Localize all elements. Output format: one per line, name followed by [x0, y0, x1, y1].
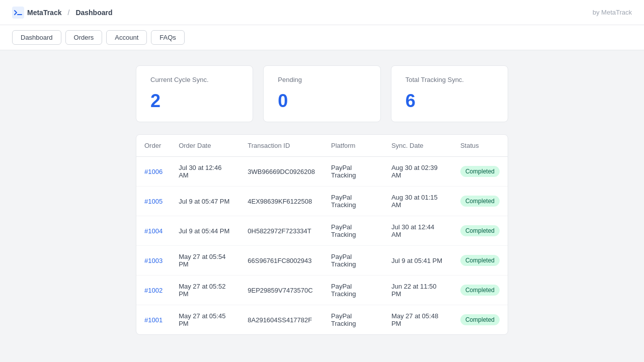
table-row: #1006 Jul 30 at 12:46 AM 3WB96669DC09262… — [136, 157, 508, 187]
cell-platform: PayPal Tracking — [323, 187, 383, 216]
cell-sync-date: May 27 at 05:48 PM — [383, 305, 452, 335]
nav-orders[interactable]: Orders — [65, 30, 103, 45]
table-row: #1003 May 27 at 05:54 PM 66S96761FC80029… — [136, 246, 508, 276]
nav-dashboard[interactable]: Dashboard — [12, 30, 61, 45]
stat-value-total-tracking: 6 — [406, 90, 494, 112]
order-link[interactable]: #1002 — [144, 287, 163, 294]
orders-table: Order Order Date Transaction ID Platform… — [136, 135, 508, 334]
logo-icon — [12, 7, 24, 19]
stat-value-current-cycle: 2 — [150, 90, 238, 112]
order-link[interactable]: #1004 — [144, 227, 163, 235]
col-transaction-id: Transaction ID — [239, 135, 323, 157]
cell-platform: PayPal Tracking — [323, 216, 383, 246]
status-badge: Completed — [460, 196, 500, 207]
cell-status: Completed — [452, 305, 508, 335]
table-row: #1004 Jul 9 at 05:44 PM 0H5822972F723334… — [136, 216, 508, 246]
navigation: Dashboard Orders Account FAQs — [0, 25, 644, 50]
cell-transaction-id: 3WB96669DC0926208 — [239, 157, 323, 187]
cell-transaction-id: 4EX98639KF6122508 — [239, 187, 323, 216]
cell-order-date: Jul 30 at 12:46 AM — [171, 157, 239, 187]
cell-order[interactable]: #1005 — [136, 187, 171, 216]
cell-order-date: May 27 at 05:54 PM — [171, 246, 239, 276]
stat-label-pending: Pending — [278, 76, 366, 83]
header-left: MetaTrack / Dashboard — [12, 7, 113, 19]
cell-order-date: May 27 at 05:52 PM — [171, 276, 239, 305]
stat-label-current-cycle: Current Cycle Sync. — [150, 76, 238, 83]
cell-platform: PayPal Tracking — [323, 305, 383, 335]
nav-faqs[interactable]: FAQs — [151, 30, 185, 45]
order-link[interactable]: #1003 — [144, 257, 163, 264]
cell-order[interactable]: #1002 — [136, 276, 171, 305]
main-content: Current Cycle Sync. 2 Pending 0 Total Tr… — [0, 50, 644, 350]
cell-sync-date: Aug 30 at 02:39 AM — [383, 157, 452, 187]
header-brand: MetaTrack — [27, 9, 61, 17]
col-sync-date: Sync. Date — [383, 135, 452, 157]
cell-order[interactable]: #1006 — [136, 157, 171, 187]
table-row: #1005 Jul 9 at 05:47 PM 4EX98639KF612250… — [136, 187, 508, 216]
nav-account[interactable]: Account — [106, 30, 147, 45]
cell-sync-date: Jun 22 at 11:50 PM — [383, 276, 452, 305]
cell-status: Completed — [452, 187, 508, 216]
logo: MetaTrack — [12, 7, 61, 19]
order-link[interactable]: #1005 — [144, 198, 163, 205]
cell-order-date: Jul 9 at 05:44 PM — [171, 216, 239, 246]
cell-order-date: Jul 9 at 05:47 PM — [171, 187, 239, 216]
status-badge: Completed — [460, 255, 500, 266]
table-body: #1006 Jul 30 at 12:46 AM 3WB96669DC09262… — [136, 157, 508, 335]
col-order: Order — [136, 135, 171, 157]
stat-card-total-tracking: Total Tracking Sync. 6 — [391, 65, 508, 122]
cell-transaction-id: 9EP29859V7473570C — [239, 276, 323, 305]
order-link[interactable]: #1006 — [144, 168, 163, 175]
table-row: #1001 May 27 at 05:45 PM 8A291604SS41778… — [136, 305, 508, 335]
cell-platform: PayPal Tracking — [323, 276, 383, 305]
cell-platform: PayPal Tracking — [323, 246, 383, 276]
cell-transaction-id: 66S96761FC8002943 — [239, 246, 323, 276]
cell-status: Completed — [452, 246, 508, 276]
cell-sync-date: Aug 30 at 01:15 AM — [383, 187, 452, 216]
status-badge: Completed — [460, 225, 500, 236]
cell-status: Completed — [452, 216, 508, 246]
col-status: Status — [452, 135, 508, 157]
cell-status: Completed — [452, 157, 508, 187]
stat-value-pending: 0 — [278, 90, 366, 112]
table-row: #1002 May 27 at 05:52 PM 9EP29859V747357… — [136, 276, 508, 305]
order-link[interactable]: #1001 — [144, 316, 163, 324]
table-head: Order Order Date Transaction ID Platform… — [136, 135, 508, 157]
table-header-row: Order Order Date Transaction ID Platform… — [136, 135, 508, 157]
cell-status: Completed — [452, 276, 508, 305]
col-platform: Platform — [323, 135, 383, 157]
svg-rect-0 — [12, 7, 24, 19]
stat-card-current-cycle: Current Cycle Sync. 2 — [136, 65, 253, 122]
cell-sync-date: Jul 9 at 05:41 PM — [383, 246, 452, 276]
header-by: by MetaTrack — [593, 9, 632, 16]
stat-card-pending: Pending 0 — [263, 65, 380, 122]
status-badge: Completed — [460, 166, 500, 177]
header-page-title: Dashboard — [75, 9, 112, 17]
col-order-date: Order Date — [171, 135, 239, 157]
orders-table-container: Order Order Date Transaction ID Platform… — [136, 134, 508, 335]
header: MetaTrack / Dashboard by MetaTrack — [0, 0, 644, 25]
cell-transaction-id: 0H5822972F723334T — [239, 216, 323, 246]
cell-platform: PayPal Tracking — [323, 157, 383, 187]
footer: Powered by: MetaTrack — [0, 350, 644, 362]
stats-row: Current Cycle Sync. 2 Pending 0 Total Tr… — [136, 65, 508, 122]
cell-order[interactable]: #1003 — [136, 246, 171, 276]
cell-transaction-id: 8A291604SS417782F — [239, 305, 323, 335]
header-separator: / — [67, 9, 69, 17]
status-badge: Completed — [460, 314, 500, 325]
status-badge: Completed — [460, 285, 500, 296]
cell-order[interactable]: #1004 — [136, 216, 171, 246]
cell-sync-date: Jul 30 at 12:44 AM — [383, 216, 452, 246]
stat-label-total-tracking: Total Tracking Sync. — [406, 76, 494, 83]
cell-order-date: May 27 at 05:45 PM — [171, 305, 239, 335]
cell-order[interactable]: #1001 — [136, 305, 171, 335]
